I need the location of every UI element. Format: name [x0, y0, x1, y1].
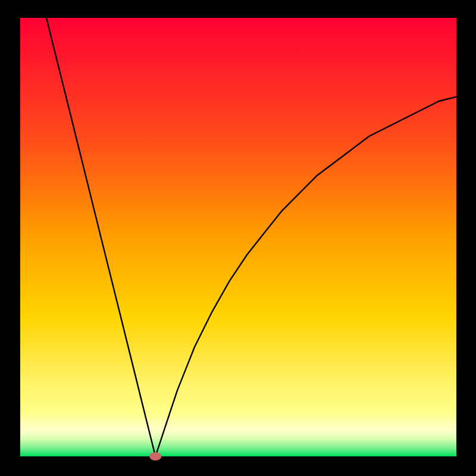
- chart-svg: [0, 0, 476, 476]
- optimum-marker: [149, 452, 161, 461]
- chart-plot-area: [20, 18, 456, 456]
- chart-container: TheBottleneck.com: [0, 0, 476, 476]
